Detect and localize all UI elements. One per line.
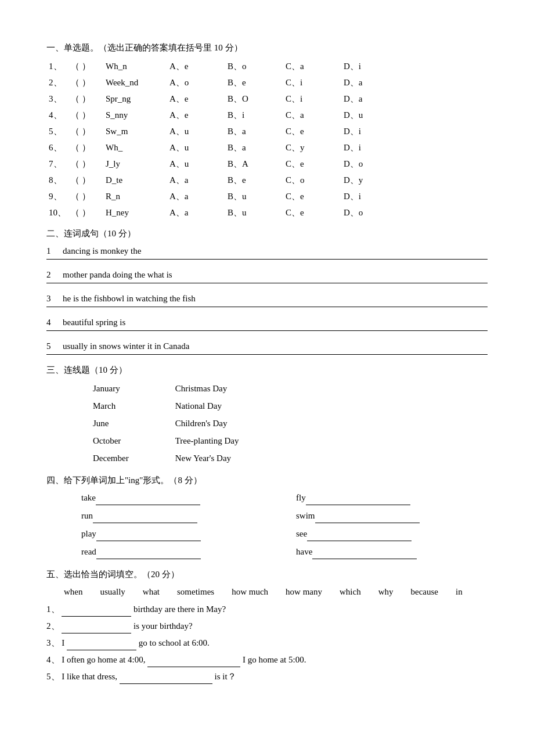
mcq-row: 6、 （ ） Wh_ A、u B、a C、y D、i	[46, 139, 488, 156]
mcq-table: 1、 （ ） Wh_n A、e B、o C、a D、i 2、 （ ） Week_…	[46, 58, 488, 221]
fill-post: birthday are there in May?	[134, 604, 226, 614]
mcq-c: C、y	[283, 139, 341, 156]
sentence-words: dancing is monkey the	[63, 244, 141, 258]
fill-post: I go home at 5:00.	[243, 655, 306, 664]
fill-num: 5、	[46, 672, 60, 681]
sentence-row: 2 mother panda doing the what is	[46, 268, 488, 282]
fill-num: 3、	[46, 638, 60, 647]
mcq-num: 3、	[46, 91, 68, 107]
mcq-b: B、a	[225, 139, 283, 156]
bank-word: usually	[100, 585, 125, 599]
mcq-blank: （ ）	[68, 156, 103, 172]
mcq-blank: （ ）	[68, 172, 103, 188]
mcq-a: A、a	[167, 172, 225, 188]
mcq-num: 5、	[46, 123, 68, 139]
mcq-blank: （ ）	[68, 74, 103, 91]
fill-question: 5、 I like that dress, is it？	[46, 669, 488, 684]
mcq-c: C、e	[283, 156, 341, 172]
fill-blank-field	[147, 653, 240, 667]
fill-blank-field	[120, 669, 212, 684]
mcq-b: B、A	[225, 156, 283, 172]
mcq-a: A、u	[167, 156, 225, 172]
mcq-c: C、e	[283, 123, 341, 139]
mcq-word: H_ney	[103, 204, 167, 221]
mcq-word: J_ly	[103, 156, 167, 172]
sentence-line	[46, 354, 488, 355]
fill-num: 2、	[46, 621, 60, 631]
sentence-line	[46, 330, 488, 331]
section-2-title: 二、连词成句（10 分）	[46, 226, 488, 240]
match-right-item: Tree-planting Day	[175, 434, 239, 448]
mcq-b: B、o	[225, 58, 283, 74]
bank-word: how many	[286, 585, 322, 599]
ing-word: play	[81, 527, 96, 541]
ing-blank	[96, 545, 201, 559]
mcq-num: 1、	[46, 58, 68, 74]
fill-pre: I	[62, 638, 64, 647]
mcq-row: 1、 （ ） Wh_n A、e B、o C、a D、i	[46, 58, 488, 74]
ing-word: see	[296, 527, 307, 541]
mcq-d: D、u	[341, 107, 488, 123]
mcq-b: B、u	[225, 204, 283, 221]
mcq-a: A、o	[167, 74, 225, 91]
match-right-item: New Year's Day	[175, 451, 239, 465]
ing-item: fly	[296, 491, 488, 505]
mcq-word: Wh_	[103, 139, 167, 156]
sentence-words: usually in snows winter it in Canada	[63, 339, 189, 353]
sentence-row: 4 beautiful spring is	[46, 315, 488, 329]
mcq-word: S_nny	[103, 107, 167, 123]
mcq-blank: （ ）	[68, 139, 103, 156]
mcq-a: A、u	[167, 139, 225, 156]
ing-blank	[96, 527, 201, 541]
mcq-blank: （ ）	[68, 107, 103, 123]
mcq-d: D、o	[341, 204, 488, 221]
sentence-num: 5	[46, 339, 56, 353]
mcq-c: C、i	[283, 91, 341, 107]
mcq-word: Week_nd	[103, 74, 167, 91]
sentence-item: 5 usually in snows winter it in Canada	[46, 339, 488, 355]
mcq-blank: （ ）	[68, 58, 103, 74]
mcq-num: 6、	[46, 139, 68, 156]
matching-container: JanuaryMarchJuneOctoberDecember Christma…	[93, 381, 488, 465]
ing-item: run	[81, 509, 273, 523]
sentence-row: 3 he is the fishbowl in watching the fis…	[46, 291, 488, 305]
section-2: 二、连词成句（10 分） 1 dancing is monkey the 2 m…	[46, 226, 488, 355]
match-left-item: June	[93, 416, 129, 430]
sentence-num: 1	[46, 244, 56, 258]
mcq-d: D、i	[341, 139, 488, 156]
ing-word: swim	[296, 509, 315, 523]
mcq-d: D、i	[341, 58, 488, 74]
word-bank: whenusuallywhatsometimeshow muchhow many…	[64, 585, 488, 599]
match-left-item: October	[93, 434, 129, 448]
mcq-b: B、a	[225, 123, 283, 139]
mcq-c: C、a	[283, 107, 341, 123]
bank-word: in	[456, 585, 463, 599]
section-3: 三、连线题（10 分） JanuaryMarchJuneOctoberDecem…	[46, 363, 488, 465]
match-left-item: January	[93, 381, 129, 395]
mcq-num: 2、	[46, 74, 68, 91]
ing-blank	[93, 509, 197, 523]
mcq-word: Wh_n	[103, 58, 167, 74]
fill-questions: 1、 birthday are there in May? 2、 is your…	[46, 602, 488, 684]
ing-item: swim	[296, 509, 488, 523]
sentence-row: 1 dancing is monkey the	[46, 244, 488, 258]
mcq-c: C、i	[283, 74, 341, 91]
fill-blank-field	[62, 602, 131, 617]
mcq-a: A、a	[167, 188, 225, 204]
ing-blank	[312, 545, 417, 559]
mcq-word: R_n	[103, 188, 167, 204]
mcq-c: C、e	[283, 188, 341, 204]
sentence-num: 4	[46, 315, 56, 329]
ing-item: play	[81, 527, 273, 541]
mcq-row: 5、 （ ） Sw_m A、u B、a C、e D、i	[46, 123, 488, 139]
ing-item: see	[296, 527, 488, 541]
mcq-row: 4、 （ ） S_nny A、e B、i C、a D、u	[46, 107, 488, 123]
mcq-b: B、i	[225, 107, 283, 123]
mcq-d: D、y	[341, 172, 488, 188]
sentence-item: 4 beautiful spring is	[46, 315, 488, 331]
sentence-words: beautiful spring is	[63, 315, 125, 329]
bank-word: which	[340, 585, 361, 599]
mcq-b: B、u	[225, 188, 283, 204]
sentence-item: 3 he is the fishbowl in watching the fis…	[46, 291, 488, 307]
fill-question: 3、 I go to school at 6:00.	[46, 636, 488, 650]
